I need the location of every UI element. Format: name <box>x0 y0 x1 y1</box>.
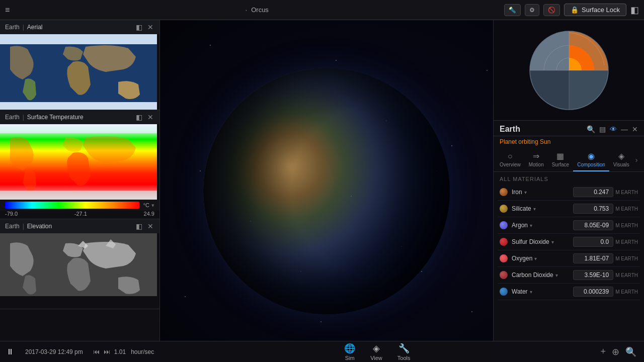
topbar: ≡ · Orcus 🔦 ⚙ 🚫 🔒 Surface Lock ◧ <box>0 0 644 20</box>
material-name-wrap-3: Sulfur Dioxide ▾ <box>512 238 569 245</box>
material-name-wrap-1: Silicate ▾ <box>512 205 569 212</box>
app-name: Orcus <box>251 6 269 14</box>
material-dot-0 <box>500 188 508 196</box>
svg-rect-5 <box>0 191 157 200</box>
material-name-0: Iron <box>512 189 522 196</box>
tab-arrow[interactable]: › <box>633 153 640 167</box>
material-value-wrap-6: 0.000239 M EARTH <box>573 287 638 297</box>
bottom-bar: ⏸ 2017-03-29 12:49 pm ⏮ ⏭ 1.01 hour/sec … <box>0 341 644 362</box>
tabs: ○ Overview ⇒ Motion ▦ Surface ◉ Composit… <box>494 148 644 172</box>
temp-values: -79.0 -27.1 24.9 <box>0 211 159 219</box>
material-name-wrap-0: Iron ▾ <box>512 189 569 196</box>
material-value-1: 0.753 <box>573 204 613 214</box>
sun-label: Sun <box>540 138 550 145</box>
nav-view[interactable]: ◈ View <box>370 343 382 361</box>
skip-buttons: ⏮ ⏭ <box>93 348 110 355</box>
material-value-wrap-4: 1.81E-07 M EARTH <box>573 253 638 263</box>
aerial-layers-btn[interactable]: ◧ <box>135 23 143 31</box>
pause-button[interactable]: ⏸ <box>0 347 20 356</box>
material-dot-3 <box>500 238 508 246</box>
aerial-type-label: Aerial <box>27 24 43 31</box>
tab-surface[interactable]: ▦ Surface <box>548 148 573 171</box>
material-value-3: 0.0 <box>573 237 613 247</box>
material-dot-5 <box>500 271 508 279</box>
block-icon: 🚫 <box>548 7 555 14</box>
earth-terminator <box>203 68 450 314</box>
material-chevron-5[interactable]: ▾ <box>555 273 558 278</box>
visuals-icon: ◈ <box>618 151 624 161</box>
material-row-sulfur-dioxide: Sulfur Dioxide ▾ 0.0 M EARTH <box>498 234 640 250</box>
overview-icon: ○ <box>508 152 513 161</box>
materials-header: ALL MATERIALS <box>494 172 644 184</box>
dash-button[interactable]: — <box>621 125 628 133</box>
material-name-1: Silicate <box>512 205 531 212</box>
tab-visuals[interactable]: ◈ Visuals <box>609 148 633 171</box>
skip-forward-button[interactable]: ⏭ <box>104 348 110 355</box>
material-chevron-3[interactable]: ▾ <box>551 239 554 245</box>
material-name-6: Water <box>512 288 528 295</box>
aerial-close-btn[interactable]: ✕ <box>146 23 154 31</box>
material-value-0: 0.247 <box>573 187 613 197</box>
elev-type-label: Elevation <box>27 223 52 230</box>
material-unit-6: M EARTH <box>615 289 638 295</box>
bottom-nav: 🌐 Sim ◈ View 🔧 Tools <box>154 343 600 361</box>
block-button[interactable]: 🚫 <box>543 4 560 16</box>
aerial-map-svg <box>0 34 157 110</box>
temp-layers-btn[interactable]: ◧ <box>135 113 143 121</box>
nav-sim[interactable]: 🌐 Sim <box>344 343 355 361</box>
material-chevron-6[interactable]: ▾ <box>530 289 532 295</box>
temp-close-btn[interactable]: ✕ <box>146 113 154 121</box>
temp-widget: Earth | Surface Temperature ◧ ✕ <box>0 110 159 219</box>
material-chevron-0[interactable]: ▾ <box>524 190 527 195</box>
tab-overview[interactable]: ○ Overview <box>496 149 525 171</box>
material-value-6: 0.000239 <box>573 287 613 297</box>
material-unit-4: M EARTH <box>615 256 638 261</box>
tab-composition-label: Composition <box>577 162 605 167</box>
temp-unit-dropdown[interactable]: ▾ <box>151 202 154 209</box>
add-button[interactable]: + <box>600 346 606 357</box>
search-button[interactable]: 🔍 <box>587 125 595 133</box>
speed-unit: hour/sec <box>131 348 154 355</box>
viewport <box>160 20 493 362</box>
surface-icon: ▦ <box>556 151 564 161</box>
search-bottom-button[interactable]: 🔍 <box>625 346 636 357</box>
material-row-iron: Iron ▾ 0.247 M EARTH <box>498 184 640 201</box>
tab-composition[interactable]: ◉ Composition <box>573 148 609 171</box>
material-value-wrap-3: 0.0 M EARTH <box>573 237 638 247</box>
material-unit-1: M EARTH <box>615 206 638 212</box>
material-chevron-2[interactable]: ▾ <box>530 223 532 228</box>
nav-tools[interactable]: 🔧 Tools <box>397 343 411 361</box>
material-name-3: Sulfur Dioxide <box>512 238 549 245</box>
aerial-planet-label: Earth <box>5 24 20 31</box>
right-panel: Earth 🔍 ▤ 👁 — ✕ Planet orbiting Sun ○ Ov… <box>493 20 644 362</box>
lock-icon: 🔒 <box>571 6 579 14</box>
aerial-widget: Earth | Aerial ◧ ✕ <box>0 20 159 110</box>
skip-back-button[interactable]: ⏮ <box>93 348 100 355</box>
elev-planet-label: Earth <box>5 223 20 230</box>
torch-button[interactable]: 🔦 <box>504 4 521 16</box>
view-label: View <box>370 355 382 361</box>
elev-map-image <box>0 233 159 309</box>
crosshair-button[interactable]: ⊕ <box>612 346 619 357</box>
close-panel-button[interactable]: ✕ <box>632 125 638 133</box>
materials-list: Iron ▾ 0.247 M EARTH Silicate ▾ 0.753 M … <box>494 184 644 362</box>
settings-button[interactable]: ⚙ <box>525 4 539 16</box>
sim-icon: 🌐 <box>344 343 355 354</box>
layers-icon[interactable]: ◧ <box>630 5 639 16</box>
elev-map-svg <box>0 233 157 296</box>
temp-type-label: Surface Temperature <box>27 114 84 121</box>
list-button[interactable]: ▤ <box>599 125 606 133</box>
temp-legend: °C ▾ <box>0 200 159 211</box>
elev-close-btn[interactable]: ✕ <box>146 222 154 230</box>
planet-cross-section <box>494 20 644 121</box>
material-chevron-4[interactable]: ▾ <box>534 256 537 261</box>
surface-lock-label: Surface Lock <box>582 6 620 14</box>
material-value-wrap-1: 0.753 M EARTH <box>573 204 638 214</box>
surface-lock-button[interactable]: 🔒 Surface Lock <box>564 4 626 16</box>
elev-layers-btn[interactable]: ◧ <box>135 222 143 230</box>
material-chevron-1[interactable]: ▾ <box>533 206 536 212</box>
svg-rect-4 <box>0 124 157 133</box>
tab-motion[interactable]: ⇒ Motion <box>525 148 548 171</box>
menu-icon[interactable]: ≡ <box>5 6 10 15</box>
view-button[interactable]: 👁 <box>610 125 617 133</box>
